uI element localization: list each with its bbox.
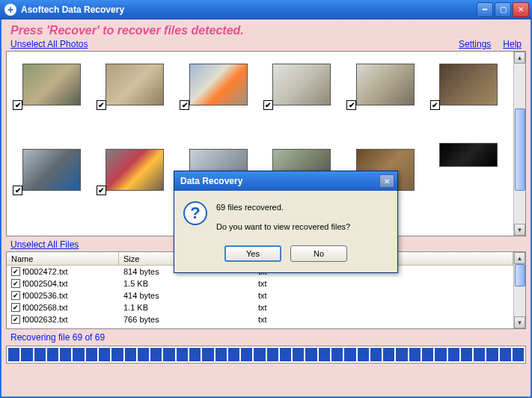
file-name: f0002472.txt (22, 267, 68, 276)
photo-item[interactable] (10, 143, 94, 228)
file-name: f0002568.txt (22, 303, 68, 312)
photo-item[interactable] (260, 58, 344, 143)
file-ext: txt (254, 314, 366, 325)
progress-bar (6, 346, 526, 364)
file-size: 414 bytes (119, 290, 254, 301)
instruction-text: Press 'Recover' to recover files detecte… (6, 21, 526, 39)
dialog-title: Data Recovery (180, 176, 379, 186)
dialog-message-line2: Do you want to view recovered files? (216, 221, 350, 234)
file-ext: txt (254, 278, 366, 289)
dialog-titlebar: Data Recovery ✕ (174, 171, 397, 191)
photo-checkbox[interactable] (346, 100, 356, 110)
photo-item[interactable] (427, 143, 511, 173)
table-row[interactable]: f0002504.txt 1.5 KB txt (7, 278, 513, 290)
file-ext: txt (254, 302, 366, 313)
file-size: 1.1 KB (119, 302, 254, 313)
photo-thumbnail (106, 149, 164, 191)
photo-thumbnail (356, 64, 415, 105)
table-row[interactable]: f0002536.txt 414 bytes txt (7, 290, 513, 301)
photo-thumbnail (22, 149, 81, 191)
table-row[interactable]: f0002632.txt 766 bytes txt (7, 313, 513, 325)
photo-thumbnail (22, 64, 81, 105)
photo-thumbnail (439, 64, 498, 105)
unselect-all-photos-link[interactable]: Unselect All Photos (10, 39, 88, 49)
photo-item[interactable] (343, 58, 427, 143)
window-title: Asoftech Data Recovery (21, 4, 477, 15)
dialog-message-line1: 69 files recovered. (216, 201, 350, 215)
column-header-name[interactable]: Name (7, 252, 119, 265)
dialog-close-button[interactable]: ✕ (379, 174, 394, 188)
scroll-down-button[interactable]: ▼ (514, 316, 525, 328)
file-checkbox[interactable] (11, 315, 20, 324)
settings-link[interactable]: Settings (459, 39, 491, 49)
file-ext: txt (254, 290, 366, 301)
photo-checkbox[interactable] (97, 186, 106, 195)
status-text: Recovering file 69 of 69 (6, 329, 526, 346)
app-icon (4, 4, 16, 16)
photo-checkbox[interactable] (97, 100, 106, 110)
photo-checkbox[interactable] (430, 100, 440, 110)
scroll-down-button[interactable]: ▼ (514, 224, 525, 236)
file-name: f0002504.txt (22, 279, 68, 288)
photo-thumbnail (189, 64, 248, 105)
file-name: f0002536.txt (22, 291, 68, 300)
photo-checkbox[interactable] (13, 186, 22, 195)
no-button[interactable]: No (290, 245, 347, 262)
photo-item[interactable] (94, 143, 177, 228)
file-checkbox[interactable] (11, 303, 20, 312)
photo-item[interactable] (427, 58, 511, 143)
close-button[interactable]: ✕ (513, 2, 529, 17)
question-icon: ? (183, 201, 207, 225)
photo-thumbnail (439, 143, 498, 167)
window-titlebar: Asoftech Data Recovery ━ ▢ ✕ (0, 0, 532, 19)
scroll-up-button[interactable]: ▲ (514, 252, 525, 264)
scroll-thumb[interactable] (515, 264, 525, 287)
maximize-button[interactable]: ▢ (495, 2, 511, 17)
dialog-data-recovery: Data Recovery ✕ ? 69 files recovered. Do… (174, 171, 398, 273)
photo-checkbox[interactable] (13, 100, 22, 110)
file-checkbox[interactable] (11, 279, 20, 288)
file-checkbox[interactable] (11, 291, 20, 300)
photo-thumbnail (106, 64, 164, 105)
table-row[interactable]: f0002568.txt 1.1 KB txt (7, 301, 513, 313)
scroll-up-button[interactable]: ▲ (514, 52, 525, 64)
photo-checkbox[interactable] (263, 100, 273, 110)
yes-button[interactable]: Yes (224, 245, 281, 262)
photo-item[interactable] (94, 58, 177, 143)
photo-thumbnail (272, 64, 331, 105)
photo-scrollbar[interactable]: ▲ ▼ (513, 52, 525, 236)
file-size: 1.5 KB (119, 278, 254, 289)
unselect-all-files-link[interactable]: Unselect All Files (10, 239, 79, 250)
scroll-thumb[interactable] (515, 108, 525, 191)
file-scrollbar[interactable]: ▲ ▼ (513, 252, 525, 328)
help-link[interactable]: Help (503, 39, 522, 49)
file-name: f0002632.txt (22, 315, 68, 324)
minimize-button[interactable]: ━ (477, 2, 493, 17)
file-checkbox[interactable] (11, 267, 20, 276)
photo-item[interactable] (177, 58, 260, 143)
photo-item[interactable] (10, 58, 94, 143)
file-size: 766 bytes (119, 314, 254, 325)
photo-checkbox[interactable] (180, 100, 189, 110)
